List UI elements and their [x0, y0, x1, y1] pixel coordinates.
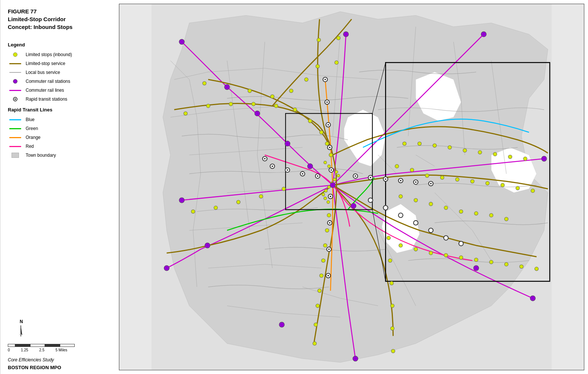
svg-point-157 [542, 156, 547, 161]
svg-point-93 [191, 209, 195, 213]
svg-point-144 [224, 84, 230, 90]
svg-point-72 [337, 174, 340, 177]
svg-point-61 [248, 89, 252, 92]
svg-point-56 [206, 104, 210, 108]
svg-point-71 [335, 170, 338, 173]
svg-point-192 [330, 169, 332, 171]
map-container [119, 4, 584, 370]
svg-point-190 [327, 124, 329, 126]
svg-point-67 [329, 153, 333, 157]
svg-point-68 [324, 161, 327, 164]
svg-point-104 [399, 195, 403, 198]
svg-point-183 [398, 213, 403, 218]
svg-point-84 [320, 274, 323, 277]
rapid-transit-stations-icon [13, 97, 17, 101]
svg-point-76 [324, 189, 327, 192]
legend: Legend Limited stops (inbound) Limited-s… [8, 42, 108, 162]
scale-label-25: 2.5 [39, 348, 45, 352]
svg-point-128 [387, 236, 390, 240]
rapid-transit-title: Rapid Transit Lines [8, 107, 108, 113]
svg-point-151 [343, 32, 349, 37]
legend-symbol-local-bus [8, 72, 23, 73]
legend-label-limited-stops: Limited stops (inbound) [26, 52, 72, 57]
legend-item-limited-stops: Limited stops (inbound) [8, 52, 108, 57]
scale-segment-2 [30, 344, 45, 347]
svg-point-186 [444, 235, 448, 240]
svg-point-89 [282, 187, 285, 191]
scale-segment-3 [45, 344, 60, 347]
scale-label-0: 0 [8, 348, 10, 352]
svg-point-83 [322, 258, 325, 262]
svg-point-147 [307, 164, 313, 169]
svg-point-62 [271, 95, 274, 98]
scale-segment-1 [15, 344, 30, 347]
svg-point-90 [259, 195, 263, 198]
svg-point-152 [481, 32, 486, 37]
local-bus-icon [9, 72, 21, 73]
scale-segment-0 [8, 344, 15, 347]
town-boundary-icon [12, 153, 19, 158]
limited-stop-service-icon [9, 63, 21, 64]
svg-point-146 [285, 141, 290, 146]
svg-point-57 [229, 102, 233, 106]
legend-label-orange: Orange [26, 135, 41, 140]
svg-point-205 [415, 181, 417, 183]
svg-point-95 [410, 168, 414, 172]
svg-point-134 [399, 244, 403, 247]
svg-point-106 [429, 202, 433, 206]
legend-label-limited-stop-service: Limited-stop service [26, 61, 65, 66]
north-arrow-section: N 0 1.25 2.5 5 Miles [8, 311, 108, 352]
legend-item-green: Green [8, 126, 108, 131]
svg-point-113 [289, 89, 293, 92]
svg-point-194 [329, 222, 330, 224]
svg-point-117 [335, 61, 338, 64]
svg-point-124 [478, 150, 482, 154]
blue-line-icon [9, 119, 21, 120]
svg-point-193 [330, 196, 331, 197]
north-arrow-svg: N [12, 319, 30, 341]
svg-point-96 [425, 174, 429, 178]
svg-point-114 [304, 78, 308, 81]
svg-point-98 [455, 178, 459, 181]
svg-point-155 [164, 266, 169, 271]
svg-point-182 [383, 205, 388, 210]
svg-point-130 [390, 281, 394, 285]
legend-item-commuter-rail-lines: Commuter rail lines [8, 88, 108, 93]
legend-symbol-green [8, 128, 23, 129]
rapid-transit-section: Rapid Transit Lines Blue Green Orange [8, 107, 108, 158]
legend-symbol-blue [8, 119, 23, 120]
svg-point-58 [252, 102, 255, 106]
legend-label-town-boundary: Town boundary [26, 153, 56, 158]
limited-stops-icon [13, 52, 17, 57]
svg-point-109 [474, 212, 478, 215]
svg-point-69 [327, 165, 330, 168]
footer-study: Core Efficiencies Study [8, 357, 108, 362]
svg-point-118 [336, 36, 340, 40]
svg-point-195 [328, 248, 330, 250]
svg-point-154 [179, 198, 184, 203]
legend-symbol-red [8, 146, 23, 147]
legend-label-commuter-rail-stations: Commuter rail stations [26, 79, 70, 84]
svg-point-197 [272, 166, 273, 167]
footer-org: BOSTON REGION MPO [8, 365, 108, 370]
svg-point-73 [333, 178, 336, 181]
svg-point-82 [323, 244, 327, 247]
legend-label-green: Green [26, 126, 38, 131]
svg-point-207 [264, 158, 265, 159]
svg-text:N: N [20, 319, 23, 324]
legend-item-commuter-rail-stations: Commuter rail stations [8, 79, 108, 84]
svg-point-112 [274, 104, 278, 108]
svg-point-200 [317, 175, 319, 177]
sidebar: FIGURE 77 Limited-Stop Corridor Concept:… [0, 0, 115, 374]
svg-point-66 [325, 142, 329, 146]
svg-point-80 [327, 214, 331, 217]
svg-point-100 [485, 181, 489, 185]
svg-point-160 [205, 243, 210, 248]
svg-point-107 [444, 206, 448, 209]
orange-line-icon [9, 137, 21, 138]
svg-point-188 [324, 79, 326, 80]
svg-point-110 [490, 214, 493, 217]
svg-point-137 [444, 253, 448, 257]
green-line-icon [9, 128, 21, 129]
svg-point-136 [429, 251, 433, 255]
